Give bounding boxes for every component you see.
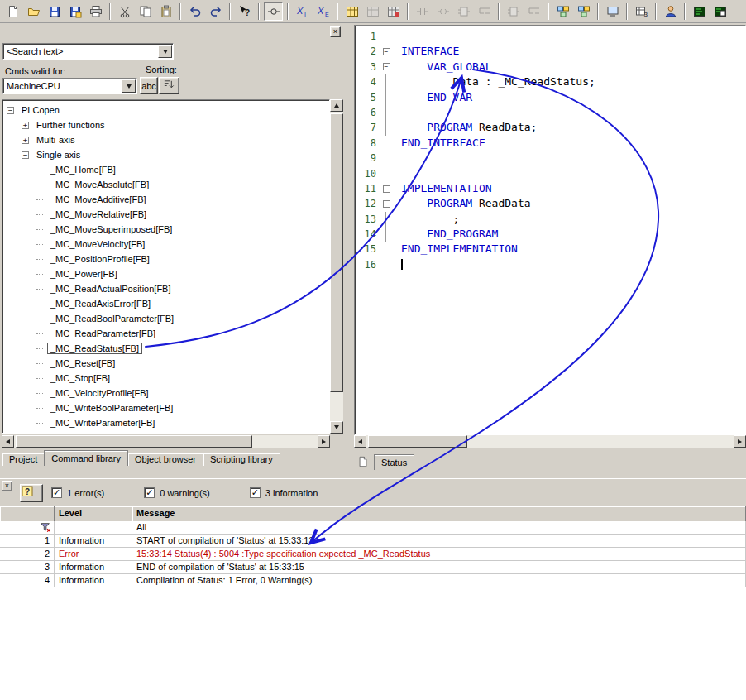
expand-icon[interactable]: + xyxy=(22,122,29,129)
close-panel-button[interactable]: × xyxy=(330,26,341,37)
user-management-button[interactable] xyxy=(661,2,680,21)
save-button[interactable] xyxy=(45,2,64,21)
tree-item-mc-readboolparameter-fb[interactable]: _MC_ReadBoolParameter[FB] xyxy=(2,311,329,326)
dropdown-arrow-icon[interactable] xyxy=(158,45,172,58)
tree-item-mc-positionprofile-fb[interactable]: _MC_PositionProfile[FB] xyxy=(2,252,329,266)
collapse-icon[interactable]: − xyxy=(22,151,29,159)
checkbox-icon[interactable] xyxy=(51,487,62,498)
tree-item-mc-power-fb[interactable]: _MC_Power[FB] xyxy=(2,266,329,281)
tree-item-mc-home-fb[interactable]: _MC_Home[FB] xyxy=(2,162,329,177)
checkbox-icon[interactable] xyxy=(144,487,155,498)
scroll-up-button[interactable] xyxy=(330,99,343,112)
runtime-log-button[interactable] xyxy=(710,2,729,21)
scroll-thumb[interactable] xyxy=(368,435,467,448)
fold-collapse-icon[interactable]: − xyxy=(383,48,390,55)
scroll-track[interactable] xyxy=(14,435,318,448)
tree-item-mc-readparameter-fb[interactable]: _MC_ReadParameter[FB] xyxy=(2,326,329,341)
tree-item-mc-writeboolparameter-fb[interactable]: _MC_WriteBoolParameter[FB] xyxy=(2,400,329,415)
compile-button[interactable] xyxy=(342,2,361,21)
block-overview-button[interactable] xyxy=(574,2,593,21)
copy-button[interactable] xyxy=(136,2,155,21)
tree-item-single-axis[interactable]: −Single axis xyxy=(2,147,329,162)
dropdown-arrow-icon[interactable] xyxy=(122,79,136,93)
scroll-track[interactable] xyxy=(330,112,343,421)
redo-button[interactable] xyxy=(206,2,225,21)
scroll-thumb[interactable] xyxy=(16,435,252,448)
tab-object-browser[interactable]: Object browser xyxy=(127,453,203,466)
download-button[interactable] xyxy=(363,2,382,21)
sort-order-button[interactable] xyxy=(159,77,179,94)
message-row-1[interactable]: 1InformationSTART of compilation of 'Sta… xyxy=(0,535,746,548)
scroll-right-button[interactable] xyxy=(318,435,330,448)
tab-scripting-library[interactable]: Scripting library xyxy=(203,453,280,466)
code-editor[interactable]: 12345678910111213141516 −−−− INTERFACE V… xyxy=(354,25,746,435)
undo-button[interactable] xyxy=(185,2,204,21)
paste-button[interactable] xyxy=(156,2,175,21)
filter-row[interactable]: All xyxy=(0,521,746,535)
tree-vertical-scrollbar[interactable] xyxy=(330,99,343,434)
tree-item-multi-axis[interactable]: +Multi-axis xyxy=(2,132,329,147)
insert-input-variable-button[interactable]: XI xyxy=(293,2,312,21)
tree-item-mc-velocityprofile-fb[interactable]: _MC_VelocityProfile[FB] xyxy=(2,386,329,400)
tree-item-mc-reset-fb[interactable]: _MC_Reset[FB] xyxy=(2,356,329,371)
insert-network-button[interactable] xyxy=(413,2,432,21)
insert-branch-button[interactable] xyxy=(475,2,494,21)
block-library-button[interactable] xyxy=(553,2,572,21)
print-button[interactable] xyxy=(86,2,105,21)
filter-funnel-icon[interactable] xyxy=(40,521,51,533)
filter-errors[interactable]: 1 error(s) xyxy=(51,487,104,498)
close-output-button[interactable]: × xyxy=(2,481,12,491)
scroll-thumb[interactable] xyxy=(330,113,343,392)
expand-icon[interactable]: + xyxy=(22,137,29,144)
tab-project[interactable]: Project xyxy=(2,453,45,466)
fold-collapse-icon[interactable]: − xyxy=(383,185,390,193)
cut-button[interactable] xyxy=(115,2,134,21)
tree-item-mc-readaxiserror-fb[interactable]: _MC_ReadAxisError[FB] xyxy=(2,296,329,311)
runtime-system-button[interactable] xyxy=(690,2,709,21)
help-button[interactable]: ? xyxy=(20,484,43,502)
code-area[interactable]: INTERFACE VAR_GLOBAL Data : _MC_ReadStat… xyxy=(393,26,745,434)
save-compile-button[interactable] xyxy=(65,2,84,21)
filter-information[interactable]: 3 information xyxy=(250,487,318,498)
tree-item-mc-readstatus-fb[interactable]: _MC_ReadStatus[FB] xyxy=(2,341,329,356)
tree-item-plcopen[interactable]: −PLCopen xyxy=(2,103,329,117)
context-help-button[interactable]: ? xyxy=(235,2,254,21)
insert-jump-button[interactable] xyxy=(504,2,523,21)
tree-item-mc-writeparameter-fb[interactable]: _MC_WriteParameter[FB] xyxy=(2,415,329,430)
scroll-left-button[interactable] xyxy=(354,435,366,448)
level-column-header[interactable]: Level xyxy=(55,506,132,521)
tab-status[interactable]: Status xyxy=(374,454,414,470)
scroll-left-button[interactable] xyxy=(2,435,14,448)
search-combobox[interactable]: <Search text> xyxy=(2,43,174,60)
sort-alphabetical-button[interactable]: abc xyxy=(140,77,158,94)
insert-contact-button[interactable] xyxy=(264,2,283,21)
message-row-2[interactable]: 2Error15:33:14 Status(4) : 5004 :Type sp… xyxy=(0,548,746,561)
tree-item-mc-stop-fb[interactable]: _MC_Stop[FB] xyxy=(2,371,329,386)
tab-command-library[interactable]: Command library xyxy=(44,450,128,466)
symbol-table-button[interactable]: 3 xyxy=(632,2,651,21)
target-device-combobox[interactable]: MachineCPU xyxy=(2,78,137,94)
tree-item-mc-movesuperimposed-fb[interactable]: _MC_MoveSuperimposed[FB] xyxy=(2,222,329,237)
checkbox-icon[interactable] xyxy=(250,487,261,498)
tree-item-mc-moveadditive-fb[interactable]: _MC_MoveAdditive[FB] xyxy=(2,192,329,207)
insert-box-button[interactable] xyxy=(454,2,473,21)
insert-output-variable-button[interactable]: XE xyxy=(313,2,332,21)
open-button[interactable] xyxy=(24,2,43,21)
fold-collapse-icon[interactable]: − xyxy=(383,200,390,208)
tree-horizontal-scrollbar[interactable] xyxy=(2,435,330,448)
tree-item-mc-movevelocity-fb[interactable]: _MC_MoveVelocity[FB] xyxy=(2,237,329,252)
fold-margin[interactable]: −−−− xyxy=(380,26,393,434)
message-row-4[interactable]: 4InformationCompilation of Status: 1 Err… xyxy=(0,574,746,587)
scroll-right-button[interactable] xyxy=(734,435,746,448)
editor-horizontal-scrollbar[interactable] xyxy=(354,435,746,448)
message-row-3[interactable]: 3InformationEND of compilation of 'Statu… xyxy=(0,561,746,574)
message-column-header[interactable]: Message xyxy=(132,506,746,521)
watch-view-button[interactable] xyxy=(603,2,622,21)
insert-return-button[interactable] xyxy=(524,2,543,21)
insert-coil-button[interactable] xyxy=(433,2,452,21)
monitor-button[interactable] xyxy=(384,2,403,21)
tree-item-mc-moverelative-fb[interactable]: _MC_MoveRelative[FB] xyxy=(2,207,329,222)
fold-collapse-icon[interactable]: − xyxy=(383,63,390,70)
scroll-down-button[interactable] xyxy=(330,421,343,434)
tree-item-mc-readactualposition-fb[interactable]: _MC_ReadActualPosition[FB] xyxy=(2,281,329,296)
